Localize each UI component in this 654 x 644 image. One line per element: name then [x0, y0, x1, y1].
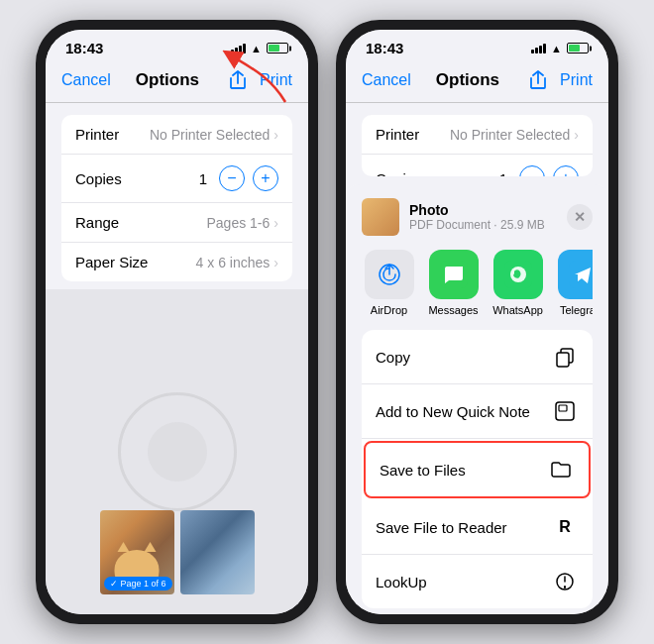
svg-rect-12	[559, 405, 567, 411]
share-apps-row: AirDrop Messages WhatsApp	[362, 250, 593, 316]
watermark-1	[118, 392, 237, 511]
share-sheet: Photo PDF Document · 25.9 MB ✕ AirDrop	[346, 184, 608, 614]
svg-rect-10	[557, 353, 569, 367]
nav-title-1: Options	[136, 70, 199, 90]
save-files-label: Save to Files	[380, 462, 466, 479]
messages-icon	[429, 250, 479, 299]
share-close-button[interactable]: ✕	[567, 204, 593, 230]
status-bar-2: 18:43 ▲	[346, 30, 608, 60]
nav-bar-2: Cancel Options Print	[346, 60, 608, 103]
phone-2: 18:43 ▲ Cancel Options	[336, 20, 618, 624]
copies-minus-button-2[interactable]: −	[519, 165, 545, 176]
print-button-2[interactable]: Print	[560, 71, 593, 89]
quick-note-icon	[551, 397, 579, 425]
phone-1: 18:43 ▲ Cancel Options	[36, 20, 318, 624]
printer-row-2[interactable]: Printer No Printer Selected ›	[362, 115, 593, 155]
copies-label-2: Copies	[376, 170, 422, 177]
quick-note-label: Add to New Quick Note	[376, 403, 530, 420]
whatsapp-icon	[493, 250, 543, 299]
page-label: Page 1 of 6	[121, 579, 166, 589]
range-label: Range	[75, 214, 119, 231]
copies-value-2: 1	[495, 170, 511, 177]
page-indicator: ✓ Page 1 of 6	[104, 577, 172, 590]
paper-size-label: Paper Size	[75, 254, 148, 270]
whatsapp-label: WhatsApp	[492, 304, 543, 316]
preview-area-1: ✓ Page 1 of 6	[46, 289, 308, 614]
signal-icon-2	[531, 43, 546, 54]
share-app-whatsapp[interactable]: WhatsApp	[490, 250, 545, 316]
battery-icon-1	[267, 43, 288, 54]
airdrop-icon	[365, 250, 414, 299]
thumb-cat1: ✓ Page 1 of 6	[100, 510, 174, 594]
check-icon: ✓	[110, 579, 118, 589]
printer-label-2: Printer	[376, 126, 419, 143]
copies-control-2: 1 − +	[495, 165, 579, 176]
save-files-action-row[interactable]: Save to Files	[364, 441, 591, 498]
printer-value-2: No Printer Selected ›	[450, 127, 579, 143]
status-icons-1: ▲	[231, 43, 288, 54]
copies-minus-button[interactable]: −	[219, 165, 245, 191]
lookup-label: LookUp	[376, 574, 427, 590]
status-icons-2: ▲	[531, 43, 589, 54]
printer-value: No Printer Selected ›	[150, 127, 278, 143]
paper-size-value: 4 x 6 inches ›	[196, 255, 278, 270]
copies-row-2[interactable]: Copies 1 − +	[362, 155, 593, 176]
save-reader-action-row[interactable]: Save File to Reader R	[362, 500, 593, 555]
wifi-icon-2: ▲	[551, 43, 562, 54]
photo-thumbnails-1: ✓ Page 1 of 6	[100, 510, 255, 594]
printer-row[interactable]: Printer No Printer Selected ›	[61, 115, 292, 155]
share-app-telegram[interactable]: Telegram	[555, 250, 593, 316]
copies-row[interactable]: Copies 1 − +	[61, 155, 292, 203]
wifi-icon-1: ▲	[251, 43, 262, 54]
printer-label: Printer	[75, 126, 119, 143]
save-reader-label: Save File to Reader	[376, 519, 507, 536]
thumb-cat2	[180, 510, 255, 594]
copies-value: 1	[195, 170, 211, 187]
nav-bar-1: Cancel Options Print	[46, 60, 308, 103]
airdrop-label: AirDrop	[371, 304, 407, 316]
save-files-icon	[547, 456, 575, 483]
status-time-2: 18:43	[366, 40, 403, 56]
share-app-messages[interactable]: Messages	[426, 250, 481, 316]
range-row[interactable]: Range Pages 1-6 ›	[61, 203, 292, 243]
share-actions: Copy Add to New Quick Note Save to Files	[362, 330, 593, 608]
copy-action-row[interactable]: Copy	[362, 330, 593, 384]
print-button-1[interactable]: Print	[260, 71, 292, 89]
share-doc-info: Photo PDF Document · 25.9 MB	[409, 202, 557, 232]
options-group-1: Printer No Printer Selected › Copies 1 −…	[61, 115, 292, 281]
share-doc-type: PDF Document · 25.9 MB	[409, 218, 557, 232]
share-button-2[interactable]	[524, 66, 552, 94]
lookup-icon	[551, 568, 579, 595]
copies-plus-button[interactable]: +	[253, 165, 278, 191]
share-button-1[interactable]	[224, 66, 252, 94]
share-sheet-header: Photo PDF Document · 25.9 MB ✕	[362, 198, 593, 236]
status-time-1: 18:43	[65, 40, 103, 56]
lookup-action-row[interactable]: LookUp	[362, 555, 593, 608]
status-bar-1: 18:43 ▲	[46, 30, 308, 60]
cancel-button-2[interactable]: Cancel	[362, 71, 411, 89]
nav-title-2: Options	[436, 70, 499, 90]
share-doc-thumbnail	[362, 198, 399, 236]
options-group-2: Printer No Printer Selected › Copies 1 −…	[362, 115, 593, 176]
share-app-airdrop[interactable]: AirDrop	[362, 250, 416, 316]
cancel-button-1[interactable]: Cancel	[61, 71, 111, 89]
copy-action-label: Copy	[376, 349, 410, 366]
telegram-label: Telegram	[560, 304, 593, 316]
telegram-icon	[558, 250, 594, 299]
signal-icon-1	[231, 43, 246, 54]
copies-plus-button-2[interactable]: +	[553, 165, 579, 176]
copies-control: 1 − +	[195, 165, 278, 191]
paper-size-row[interactable]: Paper Size 4 x 6 inches ›	[61, 243, 292, 281]
battery-icon-2	[567, 43, 589, 54]
copies-label: Copies	[75, 170, 122, 187]
share-doc-name: Photo	[409, 202, 557, 218]
save-reader-icon: R	[551, 513, 579, 541]
range-value: Pages 1-6 ›	[207, 215, 279, 231]
messages-label: Messages	[428, 304, 478, 316]
quick-note-action-row[interactable]: Add to New Quick Note	[362, 384, 593, 439]
copy-icon	[551, 343, 579, 371]
